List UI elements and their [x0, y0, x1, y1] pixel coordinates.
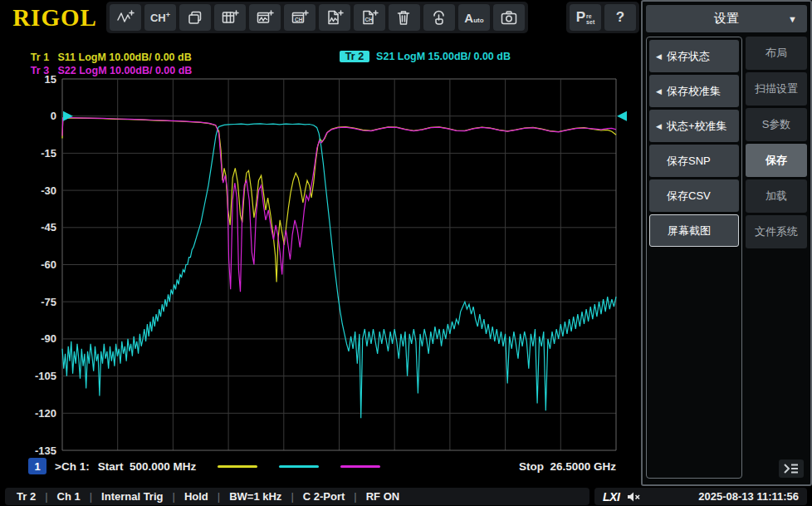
y-tick-label: -90	[41, 332, 56, 345]
status-separator: |	[291, 490, 293, 503]
preset-strip: P re set ?	[566, 2, 639, 33]
preset-button[interactable]: P re set	[570, 4, 601, 31]
table-add-icon	[221, 9, 239, 26]
touch-icon	[430, 9, 448, 26]
rigol-logo: RIGOL	[7, 2, 103, 32]
channel-prefix: >Ch 1:	[55, 460, 90, 473]
toolbar-button-touch[interactable]	[423, 4, 455, 31]
plot-svg: 150-15-30-45-60-75-90-105-120-135	[0, 35, 641, 486]
sidebar-item-screenshot[interactable]: 屏幕截图	[649, 214, 739, 247]
channel-badge[interactable]: 1	[28, 458, 46, 474]
status-item-0: Tr 2	[17, 490, 36, 503]
help-icon: ?	[616, 9, 624, 26]
status-bar: Tr 2|Ch 1|Internal Trig|Hold|BW=1 kHz|C …	[0, 487, 812, 506]
window-stack-icon	[186, 9, 204, 26]
tr2-active-badge[interactable]: Tr 2	[340, 51, 369, 62]
legend-tr2[interactable]: Tr 2S21 LogM 15.00dB/ 0.00 dB	[322, 39, 511, 74]
toolbar-button-window-trace-add[interactable]	[249, 4, 281, 31]
toolbar-button-trash[interactable]	[389, 4, 420, 31]
status-separator: |	[172, 490, 174, 503]
sidebar-item-state-plus-cal-set[interactable]: ◀状态+校准集	[649, 110, 739, 142]
tab-label: 加载	[766, 189, 787, 204]
tab-label: 布局	[766, 46, 787, 61]
tab-s-params[interactable]: S参数	[746, 108, 807, 141]
lxi-logo: LXI	[603, 490, 619, 504]
sidebar-item-save-state[interactable]: ◀保存状态	[649, 40, 739, 72]
file-trace-icon	[325, 9, 344, 26]
sidebar-item-label: 保存状态	[667, 49, 710, 64]
collapse-menu-icon	[783, 463, 800, 474]
y-tick-label: -105	[35, 370, 56, 382]
toolbar-button-trace-add[interactable]	[110, 4, 141, 31]
submenu-arrow-icon: ◀	[656, 122, 663, 130]
channel-add-icon: CH+	[150, 11, 170, 24]
tab-save[interactable]: 保存	[746, 144, 807, 177]
svg-text:CH: CH	[295, 17, 303, 22]
toolbar-button-auto[interactable]: Auto	[458, 4, 490, 31]
toolbar-button-table-add[interactable]	[214, 4, 246, 31]
status-item-4: BW=1 kHz	[229, 490, 281, 503]
status-item-2: Internal Trig	[101, 490, 163, 503]
toolbar-button-file-trace[interactable]	[319, 4, 350, 31]
sidebar-body: ◀保存状态◀保存校准集◀状态+校准集保存SNP保存CSV屏幕截图 布局扫描设置S…	[646, 37, 807, 479]
top-toolbar: RIGOL CH+CHCHAuto P re set ?	[0, 0, 641, 35]
tab-label: 扫描设置	[755, 81, 798, 96]
tab-label: S参数	[762, 117, 791, 132]
status-separator: |	[218, 490, 220, 503]
sidebar-header[interactable]: 设置 ▼	[646, 5, 807, 32]
status-separator: |	[354, 490, 356, 503]
tr2-color-swatch	[279, 465, 319, 468]
tr3-color-swatch	[340, 465, 380, 468]
tab-load[interactable]: 加载	[746, 179, 807, 213]
preset-label-sub: re set	[586, 13, 594, 25]
sidebar-item-label: 状态+校准集	[667, 119, 727, 134]
toolbar-button-window-channel-add[interactable]: CH	[284, 4, 316, 31]
help-button[interactable]: ?	[604, 4, 636, 31]
status-indicators: Tr 2|Ch 1|Internal Trig|Hold|BW=1 kHz|C …	[5, 488, 589, 505]
tab-label: 保存	[766, 153, 787, 168]
start-frequency-label[interactable]: Start 500.000 MHz	[98, 460, 197, 473]
toolbar-button-channel-add[interactable]: CH+	[144, 4, 176, 31]
window-trace-add-icon	[256, 9, 274, 26]
sidebar-item-save-snp[interactable]: 保存SNP	[649, 145, 739, 177]
trace-add-icon	[116, 9, 135, 26]
submenu-column: ◀保存状态◀保存校准集◀状态+校准集保存SNP保存CSV屏幕截图	[646, 37, 742, 479]
legend-tr3[interactable]: Tr 3 S22 LogM 10.00dB/ 0.00 dB	[13, 53, 192, 88]
toolbar-button-file-channel[interactable]: CH	[354, 4, 385, 31]
speaker-muted-icon[interactable]	[627, 491, 641, 503]
collapse-menu-button[interactable]	[779, 459, 804, 478]
y-tick-label: -75	[41, 296, 56, 308]
y-tick-label: -60	[41, 258, 56, 271]
submenu-arrow-icon: ◀	[656, 87, 663, 96]
svg-text:CH: CH	[365, 17, 374, 22]
legend-tr3-text	[49, 65, 57, 76]
status-right: LXI 2025-08-13 11:11:56	[594, 488, 807, 505]
tab-sweep-settings[interactable]: 扫描设置	[746, 72, 807, 106]
sidebar-item-save-cal-set[interactable]: ◀保存校准集	[649, 75, 739, 107]
toolbar-button-window-stack[interactable]	[179, 4, 211, 31]
y-tick-label: -30	[41, 184, 56, 197]
tab-file-system[interactable]: 文件系统	[746, 215, 807, 248]
y-tick-label: -135	[35, 445, 56, 457]
window-channel-add-icon: CH	[291, 9, 309, 26]
tab-layout[interactable]: 布局	[746, 37, 807, 70]
tab-label: 文件系统	[755, 224, 798, 239]
tr1-color-swatch	[218, 465, 257, 468]
ref-level-marker-left	[63, 111, 73, 121]
toolbar-button-camera[interactable]	[493, 4, 525, 31]
settings-sidebar: 设置 ▼ ◀保存状态◀保存校准集◀状态+校准集保存SNP保存CSV屏幕截图 布局…	[641, 0, 812, 486]
sidebar-item-label: 屏幕截图	[668, 224, 711, 238]
y-tick-label: 0	[51, 110, 56, 122]
sidebar-item-save-csv[interactable]: 保存CSV	[649, 179, 739, 212]
sidebar-item-label: 保存CSV	[667, 189, 711, 204]
chart-panel: 150-15-30-45-60-75-90-105-120-135 Tr 1 S…	[0, 35, 641, 486]
y-tick-label: -45	[41, 221, 56, 233]
stop-frequency-label[interactable]: Stop 26.5000 GHz	[519, 460, 616, 473]
toolbar-button-strip: CH+CHCHAuto	[106, 2, 528, 33]
submenu-arrow-icon: ◀	[656, 52, 663, 61]
chevron-down-icon: ▼	[788, 14, 797, 24]
x-axis-annotation: 1 >Ch 1: Start 500.000 MHz Stop 26.5000 …	[0, 456, 618, 476]
status-item-5: C 2-Port	[303, 490, 345, 503]
status-separator: |	[45, 490, 47, 503]
tab-column: 布局扫描设置S参数保存加载文件系统	[746, 37, 807, 479]
